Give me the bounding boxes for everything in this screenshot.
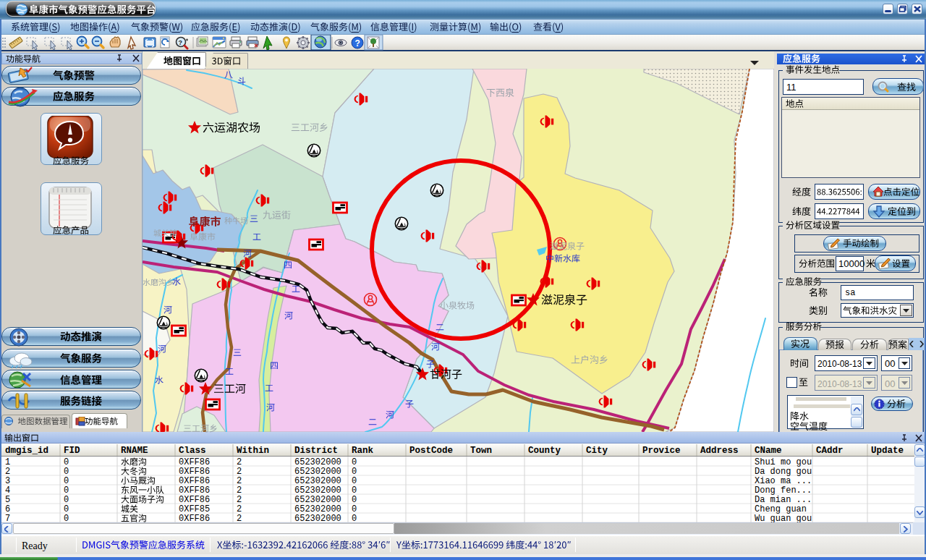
svg-text:?: ? — [355, 38, 360, 48]
svg-text:?: ? — [179, 39, 183, 46]
